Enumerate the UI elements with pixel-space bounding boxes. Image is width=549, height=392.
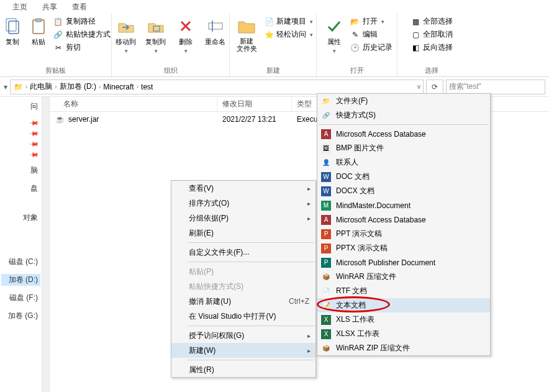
ctx-view[interactable]: 查看(V)▸ (171, 181, 315, 196)
sidebar-item-obj[interactable]: 对象 (1, 212, 40, 224)
ctx-properties[interactable]: 属性(R) (171, 362, 315, 377)
crumb-test[interactable]: test (141, 83, 153, 91)
ctx-new[interactable]: 新建(W)▸ (171, 343, 315, 358)
easy-access-button[interactable]: ⭐轻松访问▾ (264, 29, 313, 40)
new-xls[interactable]: XXLS 工作表 (317, 312, 490, 327)
new-ppt[interactable]: PPPT 演示文稿 (317, 227, 490, 241)
path-icon: 📋 (53, 17, 63, 27)
ctx-refresh[interactable]: 刷新(E) (171, 226, 315, 240)
properties-button[interactable]: 属性▾ (322, 16, 347, 54)
svg-rect-0 (6, 19, 16, 31)
sidebar-pin[interactable]: 📌 (1, 119, 40, 127)
new-folder-button[interactable]: 新建 文件夹 (233, 16, 260, 52)
open-button[interactable]: 📂打开▾ (350, 16, 392, 27)
new-text[interactable]: 📝文本文档 (317, 298, 490, 312)
col-name[interactable]: 名称 (63, 99, 78, 109)
new-item-button[interactable]: 📄新建项目▾ (264, 16, 313, 27)
chevron-down-icon: ▾ (184, 48, 188, 54)
chevron-down-icon: ▾ (125, 48, 128, 54)
sidebar-generic[interactable] (1, 237, 40, 239)
copy-icon (2, 16, 22, 36)
paste-button[interactable]: 粘贴 (27, 16, 50, 47)
invert-select-button[interactable]: ◧反向选择 (411, 42, 453, 53)
sidebar-generic[interactable] (1, 248, 40, 250)
new-folder[interactable]: 📁文件夹(F) (317, 94, 490, 108)
copy-path-button[interactable]: 📋复制路径 (53, 16, 111, 27)
separator (188, 242, 314, 243)
sidebar-item-quick[interactable]: 问 (1, 101, 40, 112)
col-date[interactable]: 修改日期 (217, 97, 292, 111)
new-pptx[interactable]: PPPTX 演示文稿 (317, 241, 490, 255)
new-access-db[interactable]: AMicrosoft Access Database (317, 127, 490, 141)
group-select: ▦全部选择 ▢全部取消 ◧反向选择 选择 (397, 14, 466, 76)
sidebar-generic[interactable] (1, 230, 40, 231)
ctx-vs[interactable]: 在 Visual Studio 中打开(V) (171, 309, 315, 324)
sidebar-generic[interactable] (1, 241, 40, 242)
tab-home[interactable]: 主页 (12, 2, 27, 12)
crumb-drive[interactable]: 新加卷 (D:) (60, 81, 96, 92)
ribbon-tabs: 主页 共享 查看 (0, 0, 549, 14)
nav-sidebar: 问 📌 📌 📌 📌 脑 盘 对象 磁盘 (C:) 加卷 (D:) 磁盘 (F:)… (0, 97, 42, 392)
new-contact[interactable]: 👤联系人 (317, 155, 490, 170)
sidebar-drive-d[interactable]: 加卷 (D:) (1, 274, 40, 286)
access-icon: A (321, 129, 331, 139)
new-xlsx[interactable]: XXLSX 工作表 (317, 327, 490, 341)
refresh-button[interactable]: ⟳ (426, 80, 443, 94)
sidebar-generic[interactable] (1, 234, 40, 235)
new-mindmaster[interactable]: MMindMaster.Document (317, 198, 490, 212)
rename-button[interactable]: 重命名 (202, 16, 229, 47)
new-docx[interactable]: WDOCX 文档 (317, 184, 490, 198)
search-input[interactable]: 搜索"test" (446, 80, 545, 94)
copyto-icon (146, 16, 166, 36)
new-bmp[interactable]: 🖼BMP 图片文件 (317, 141, 490, 155)
zip-icon: 📦 (321, 344, 331, 353)
sidebar-drive-g[interactable]: 加卷 (G:) (1, 310, 40, 322)
new-rar[interactable]: 📦WinRAR 压缩文件 (317, 270, 490, 284)
scrollbar[interactable] (42, 97, 50, 392)
ctx-access[interactable]: 授予访问权限(G)▸ (171, 328, 315, 343)
copy-to-button[interactable]: 复制到▾ (143, 16, 169, 54)
sidebar-pin[interactable]: 📌 (1, 129, 40, 137)
new-rtf[interactable]: 📄RTF 文档 (317, 284, 490, 298)
ctx-sort[interactable]: 排序方式(O)▸ (171, 196, 315, 211)
context-menu: 查看(V)▸ 排序方式(O)▸ 分组依据(P)▸ 刷新(E) 自定义文件夹(F)… (171, 180, 316, 378)
sidebar-item-pc[interactable]: 脑 (1, 165, 40, 176)
tab-share[interactable]: 共享 (42, 2, 57, 12)
easy-icon: ⭐ (264, 30, 274, 40)
ctx-group[interactable]: 分组依据(P)▸ (171, 211, 315, 226)
copy-button[interactable]: 复制 (1, 16, 24, 47)
refresh-icon: ⟳ (432, 83, 438, 91)
crumb-pc[interactable]: 此电脑 (30, 81, 52, 92)
sidebar-pin[interactable]: 📌 (1, 150, 40, 158)
sidebar-pin[interactable]: 📌 (1, 140, 40, 148)
sidebar-generic[interactable] (1, 245, 40, 246)
delete-button[interactable]: 删除▾ (173, 16, 199, 54)
breadcrumb[interactable]: 📁 › 此电脑 › 新加卷 (D:) › Minecraft › test v (10, 80, 424, 94)
new-doc[interactable]: WDOC 文档 (317, 170, 490, 184)
sidebar-item-net[interactable]: 盘 (1, 183, 40, 194)
new-shortcut[interactable]: 🔗快捷方式(S) (317, 108, 490, 122)
chevron-down-icon[interactable]: ▾ (4, 83, 7, 91)
new-zip[interactable]: 📦WinRAR ZIP 压缩文件 (317, 341, 490, 355)
select-all-button[interactable]: ▦全部选择 (411, 16, 453, 27)
history-button[interactable]: 🕑历史记录 (350, 42, 392, 53)
crumb-minecraft[interactable]: Minecraft (103, 83, 134, 91)
move-icon (116, 16, 136, 36)
pin-icon: 📌 (29, 139, 39, 148)
edit-button[interactable]: ✎编辑 (350, 29, 392, 40)
cut-button[interactable]: ✂剪切 (53, 42, 111, 53)
pub-icon: P (321, 258, 331, 268)
new-access-db2[interactable]: AMicrosoft Access Database (317, 212, 490, 227)
ctx-undo[interactable]: 撤消 新建(U)Ctrl+Z (171, 294, 315, 309)
sidebar-drive-c[interactable]: 磁盘 (C:) (1, 256, 40, 268)
tab-view[interactable]: 查看 (72, 2, 87, 12)
select-none-button[interactable]: ▢全部取消 (411, 29, 453, 40)
contact-icon: 👤 (321, 158, 331, 168)
chevron-down-icon[interactable]: v (417, 83, 420, 90)
sidebar-drive-f[interactable]: 磁盘 (F:) (1, 292, 40, 304)
paste-shortcut-button[interactable]: 🔗粘贴快捷方式 (53, 29, 111, 40)
new-publisher[interactable]: PMicrosoft Publisher Document (317, 255, 490, 270)
mind-icon: M (321, 201, 331, 211)
move-to-button[interactable]: 移动到▾ (113, 16, 139, 54)
ctx-custom[interactable]: 自定义文件夹(F)... (171, 245, 315, 260)
